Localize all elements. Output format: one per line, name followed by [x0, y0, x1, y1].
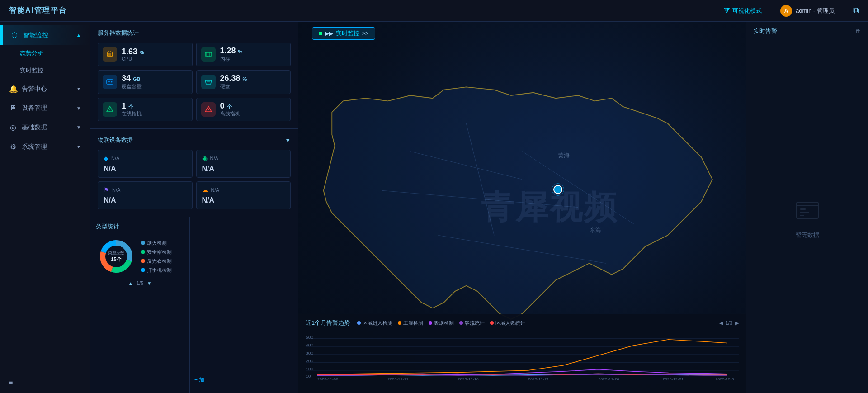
add-device-btn[interactable]: + 加: [194, 376, 204, 384]
type-stats-panel: 类型统计: [90, 217, 190, 393]
sidebar-item-realtime-monitor[interactable]: 实时监控: [20, 62, 90, 79]
trend-legend-tags: 区域进入检测 工服检测 吸烟检测: [357, 320, 525, 327]
trend-legend-4: 客流统计: [459, 320, 485, 327]
sidebar-item-trend-analysis[interactable]: 态势分析: [20, 45, 90, 62]
visualize-mode-label: 可视化模式: [732, 7, 762, 15]
trend-legend-3: 吸烟检测: [429, 320, 454, 327]
realtime-alert-title: 实时告警: [754, 27, 777, 35]
stat-online: 1 个 在线指机: [98, 98, 193, 122]
trend-area: 近1个月告警趋势 区域进入检测 工服检测: [298, 314, 746, 393]
memory-icon: [201, 47, 216, 62]
donut-center-value: 15个: [108, 256, 124, 263]
trend-legend-5: 区域人数统计: [490, 320, 525, 327]
trend-dot-3: [429, 321, 432, 325]
chevron-down-icon-2: ▼: [76, 106, 81, 111]
iot-collapse-icon[interactable]: ▼: [285, 137, 291, 144]
next-page-btn[interactable]: ▼: [147, 281, 151, 286]
iot-label-row-2: ◉ N/A: [202, 155, 285, 162]
bottom-section: 类型统计: [90, 217, 298, 393]
trend-analysis-label: 态势分析: [20, 50, 43, 57]
svg-text:100: 100: [306, 367, 313, 371]
disk-total-values: 34 GB 硬盘容量: [122, 74, 142, 90]
iot-value-2: N/A: [202, 165, 285, 173]
svg-text:10: 10: [306, 374, 311, 379]
chevron-down-icon-4: ▼: [76, 144, 81, 149]
svg-rect-10: [205, 52, 212, 56]
app-title: 智能AI管理平台: [9, 6, 67, 15]
iot-panel: 物联设备数据 ▼ ◆ N/A N/A ◉ N/A: [90, 129, 298, 217]
legend-label-2: 安全帽检测: [147, 249, 172, 256]
svg-rect-54: [797, 202, 818, 218]
disk-values: 26.38 % 硬盘: [220, 74, 247, 90]
realtime-label: 实时监控: [336, 29, 359, 38]
map-trend-area: ▶▶ 实时监控 >> 黄海 东海 青犀视频 近1个月告警趋势: [298, 22, 746, 393]
iot-icon-4: ☁: [202, 186, 208, 194]
topbar-right: ⧩ 可视化模式 A admin - 管理员 ⧉: [724, 5, 859, 17]
sea-label-huang: 黄海: [558, 152, 570, 160]
donut-center-label: 类型应数: [108, 250, 124, 256]
iot-label-1: N/A: [111, 156, 119, 161]
offline-icon: [201, 102, 216, 117]
svg-rect-56: [800, 208, 806, 210]
topbar-divider-2: [844, 6, 844, 15]
trend-label-1: 区域进入检测: [363, 320, 392, 327]
sidebar-item-sys-mgmt[interactable]: ⚙ 系统管理 ▼: [0, 137, 90, 156]
iot-grid: ◆ N/A N/A ◉ N/A N/A ⚑: [98, 150, 291, 209]
legend-label-4: 打手机检测: [147, 267, 172, 274]
left-panels: 服务器数据统计: [90, 22, 298, 393]
sidebar-collapse-btn[interactable]: ≡: [0, 371, 90, 393]
server-stats-title: 服务器数据统计: [98, 29, 139, 37]
visualize-mode-btn[interactable]: ⧩ 可视化模式: [724, 7, 762, 15]
window-controls[interactable]: ⧉: [853, 6, 859, 15]
sidebar-item-device-mgmt[interactable]: 🖥 设备管理 ▼: [0, 99, 90, 118]
svg-text:200: 200: [306, 359, 313, 363]
trend-dot-4: [459, 321, 463, 325]
sidebar-item-alert-center[interactable]: 🔔 告警中心 ▼: [0, 79, 90, 99]
svg-text:2023-11-21: 2023-11-21: [528, 377, 549, 380]
legend-dot-3: [141, 259, 145, 263]
iot-icon-3: ⚑: [104, 186, 109, 194]
right-panel-header: 实时告警 🗑: [746, 22, 868, 41]
trend-dot-2: [398, 321, 401, 325]
prev-page-btn[interactable]: ▲: [128, 281, 133, 286]
trend-next-btn[interactable]: ▶: [735, 320, 739, 326]
type-stats-pagination: ▲ 1/5 ▼: [96, 280, 184, 286]
svg-text:300: 300: [306, 351, 313, 355]
sys-mgmt-label: 系统管理: [22, 143, 47, 151]
sea-label-dong: 东海: [590, 226, 601, 234]
trend-dot-1: [357, 321, 361, 325]
trend-prev-btn[interactable]: ◀: [719, 320, 723, 326]
sidebar-item-smart-monitor[interactable]: ⬡ 智能监控 ▲: [0, 25, 90, 45]
svg-text:2023-11-06: 2023-11-06: [317, 377, 339, 380]
admin-info: A admin - 管理员: [780, 5, 835, 17]
bell-icon: 🔔: [9, 85, 17, 93]
device-icon: 🖥: [9, 104, 17, 112]
type-stats-header: 类型统计: [96, 223, 184, 231]
trend-pagination: ◀ 1/3 ▶: [719, 320, 739, 326]
cpu-icon: [103, 47, 117, 62]
right-panel-empty: 暂无数据: [746, 41, 868, 393]
trend-header: 近1个月告警趋势 区域进入检测 工服检测: [306, 319, 739, 327]
trend-page: 1/3: [726, 320, 732, 326]
svg-point-17: [111, 81, 113, 83]
cpu-value: 1.63 %: [122, 47, 144, 57]
add-device-hint: + 加: [190, 217, 298, 393]
iot-item-4: ☁ N/A N/A: [196, 181, 291, 209]
gear-icon: ⚙: [9, 142, 17, 151]
memory-values: 1.28 % 内存: [220, 47, 243, 62]
legend-dot-1: [141, 241, 145, 245]
trend-title: 近1个月告警趋势: [306, 319, 350, 327]
admin-avatar: A: [780, 5, 792, 17]
iot-item-1: ◆ N/A N/A: [98, 150, 193, 178]
monitor-icon: ⬡: [10, 31, 19, 39]
iot-label-3: N/A: [112, 187, 120, 193]
sidebar-item-basic-data[interactable]: ◎ 基础数据 ▼: [0, 118, 90, 137]
disk-icon: [201, 75, 216, 89]
type-stats-title: 类型统计: [96, 223, 119, 231]
iot-value-1: N/A: [104, 165, 187, 173]
realtime-dot: [319, 32, 322, 35]
alert-clear-icon[interactable]: 🗑: [855, 28, 861, 34]
iot-header: 物联设备数据 ▼: [98, 136, 291, 144]
iot-icon-1: ◆: [104, 155, 108, 162]
empty-text: 暂无数据: [796, 231, 819, 239]
